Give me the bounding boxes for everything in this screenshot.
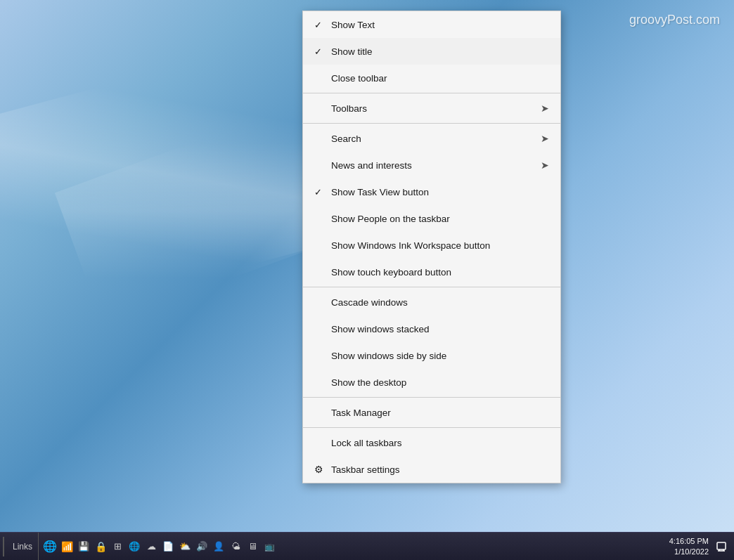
network-icon[interactable]: 🌐: [127, 540, 141, 554]
menu-item-news-interests[interactable]: News and interests ➤: [303, 152, 560, 178]
watermark-text: groovyPost.com: [629, 13, 720, 27]
monitor-icon[interactable]: 🖥: [245, 540, 259, 554]
menu-item-windows-stacked[interactable]: Show windows stacked: [303, 315, 560, 342]
menu-item-task-manager[interactable]: Task Manager: [303, 399, 560, 426]
taskbar-links-section[interactable]: Links: [7, 533, 39, 560]
menu-label-toolbars: Toolbars: [331, 103, 541, 114]
menu-item-cascade[interactable]: Cascade windows: [303, 289, 560, 315]
file-icon[interactable]: 📄: [161, 540, 175, 554]
arrow-news: ➤: [541, 159, 549, 171]
menu-label-show-text: Show Text: [331, 20, 549, 30]
menu-label-cascade: Cascade windows: [331, 297, 549, 308]
checkmark-show-title: ✓: [314, 46, 328, 57]
menu-item-people-taskbar[interactable]: Show People on the taskbar: [303, 205, 560, 232]
menu-item-show-desktop[interactable]: Show the desktop: [303, 369, 560, 396]
menu-item-show-text[interactable]: ✓ Show Text: [303, 11, 560, 38]
apps-grid-icon[interactable]: ⊞: [110, 540, 124, 554]
menu-item-show-title[interactable]: ✓ Show title: [303, 38, 560, 65]
menu-item-side-by-side[interactable]: Show windows side by side: [303, 342, 560, 369]
arrow-toolbars: ➤: [541, 103, 549, 114]
menu-item-taskbar-settings[interactable]: ⚙ Taskbar settings: [303, 456, 560, 483]
checkmark-task-view: ✓: [314, 187, 328, 197]
weather-icon[interactable]: 🌤: [228, 540, 243, 554]
checkmark-show-text: ✓: [314, 20, 328, 30]
cloud2-icon[interactable]: ⛅: [178, 540, 192, 554]
globe-icon[interactable]: 🌐: [43, 540, 57, 554]
usb-icon[interactable]: 💾: [77, 540, 91, 554]
taskbar-divider-left: [3, 537, 4, 556]
menu-label-side: Show windows side by side: [331, 351, 549, 361]
cloud-icon[interactable]: ☁: [144, 540, 158, 554]
menu-label-close-toolbar: Close toolbar: [331, 73, 549, 84]
display-icon[interactable]: 📺: [262, 540, 276, 554]
taskbar: Links 🌐 📶 💾 🔒 ⊞ 🌐 ☁ 📄 ⛅ 🔊 👤 🌤 🖥 📺: [0, 532, 734, 560]
menu-label-ink: Show Windows Ink Workspace button: [331, 240, 549, 251]
menu-item-touch-keyboard[interactable]: Show touch keyboard button: [303, 259, 560, 285]
menu-label-news: News and interests: [331, 160, 541, 171]
menu-item-ink-workspace[interactable]: Show Windows Ink Workspace button: [303, 232, 560, 259]
separator-3: [303, 287, 560, 287]
bluetooth-icon[interactable]: 📶: [60, 540, 74, 554]
taskbar-right-area: 4:16:05 PM 1/10/2022: [664, 536, 734, 556]
svg-rect-0: [717, 542, 726, 549]
avatar-icon[interactable]: 👤: [212, 540, 226, 554]
security-icon[interactable]: 🔒: [94, 540, 108, 554]
separator-2: [303, 123, 560, 124]
menu-label-task-view: Show Task View button: [331, 187, 549, 197]
gear-icon: ⚙: [314, 464, 328, 475]
links-label: Links: [13, 542, 32, 552]
taskbar-time-display[interactable]: 4:16:05 PM 1/10/2022: [669, 536, 709, 556]
menu-label-search: Search: [331, 134, 541, 144]
time-value: 4:16:05 PM: [669, 536, 709, 546]
menu-label-people: Show People on the taskbar: [331, 214, 549, 224]
separator-5: [303, 427, 560, 428]
date-value: 1/10/2022: [669, 547, 709, 556]
menu-item-toolbars[interactable]: Toolbars ➤: [303, 95, 560, 122]
menu-item-close-toolbar[interactable]: Close toolbar: [303, 65, 560, 91]
separator-4: [303, 397, 560, 398]
menu-label-touch: Show touch keyboard button: [331, 267, 549, 278]
menu-label-show-title: Show title: [331, 46, 549, 57]
menu-label-stacked: Show windows stacked: [331, 324, 549, 334]
menu-label-task-manager: Task Manager: [331, 408, 549, 418]
separator-1: [303, 93, 560, 93]
menu-label-taskbar-settings: Taskbar settings: [331, 464, 549, 475]
notification-center-icon[interactable]: [714, 540, 728, 554]
menu-label-lock: Lock all taskbars: [331, 438, 549, 448]
menu-item-lock-taskbars[interactable]: Lock all taskbars: [303, 429, 560, 456]
arrow-search: ➤: [541, 133, 549, 144]
menu-item-search[interactable]: Search ➤: [303, 125, 560, 152]
taskbar-icons-area: 🌐 📶 💾 🔒 ⊞ 🌐 ☁ 📄 ⛅ 🔊 👤 🌤 🖥 📺: [39, 540, 664, 554]
menu-label-desktop: Show the desktop: [331, 377, 549, 388]
menu-item-task-view[interactable]: ✓ Show Task View button: [303, 178, 560, 205]
context-menu: ✓ Show Text ✓ Show title Close toolbar T…: [302, 11, 561, 483]
volume-icon[interactable]: 🔊: [195, 540, 209, 554]
